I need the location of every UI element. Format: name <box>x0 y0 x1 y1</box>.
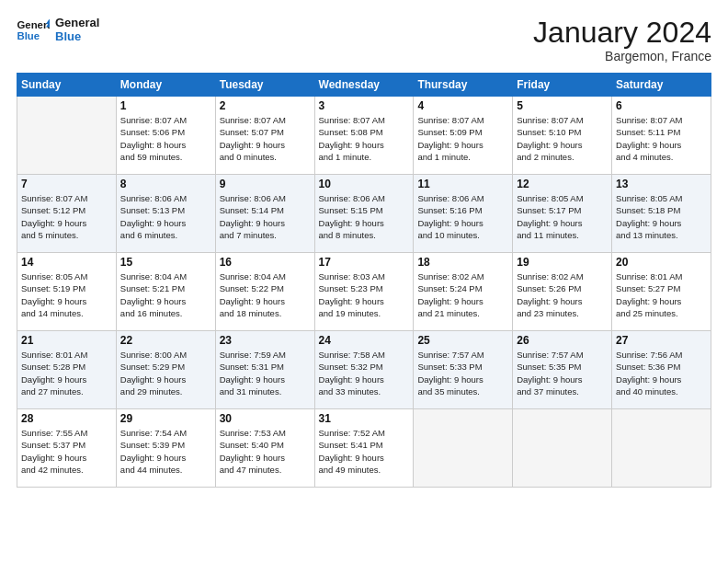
calendar-cell: 31Sunrise: 7:52 AMSunset: 5:41 PMDayligh… <box>314 409 414 488</box>
sunrise-text: Sunrise: 8:06 AM <box>319 192 410 204</box>
sunset-text: Sunset: 5:18 PM <box>616 204 707 216</box>
calendar-cell: 25Sunrise: 7:57 AMSunset: 5:33 PMDayligh… <box>414 331 513 409</box>
sunset-text: Sunset: 5:17 PM <box>517 204 608 216</box>
day-number: 10 <box>319 178 410 190</box>
daylight-text: Daylight: 9 hours <box>417 139 508 151</box>
sunrise-text: Sunrise: 8:05 AM <box>517 192 608 204</box>
weekday-header-saturday: Saturday <box>612 74 711 97</box>
sunset-text: Sunset: 5:14 PM <box>220 204 311 216</box>
daylight-text-cont: and 42 minutes. <box>21 464 112 476</box>
sunrise-text: Sunrise: 7:52 AM <box>319 427 410 439</box>
daylight-text-cont: and 18 minutes. <box>220 307 311 319</box>
weekday-header-wednesday: Wednesday <box>314 74 414 97</box>
daylight-text-cont: and 13 minutes. <box>616 229 707 241</box>
day-number: 13 <box>616 178 707 190</box>
daylight-text: Daylight: 9 hours <box>21 373 112 385</box>
calendar-table: SundayMondayTuesdayWednesdayThursdayFrid… <box>17 73 711 488</box>
day-number: 22 <box>120 334 211 347</box>
day-number: 28 <box>21 412 112 425</box>
day-info: Sunrise: 8:05 AMSunset: 5:18 PMDaylight:… <box>616 192 707 241</box>
sunrise-text: Sunrise: 8:01 AM <box>21 349 112 361</box>
day-info: Sunrise: 8:06 AMSunset: 5:16 PMDaylight:… <box>417 192 508 241</box>
week-row-5: 28Sunrise: 7:55 AMSunset: 5:37 PMDayligh… <box>17 409 711 488</box>
daylight-text: Daylight: 9 hours <box>517 295 608 307</box>
daylight-text-cont: and 1 minute. <box>417 151 508 163</box>
sunset-text: Sunset: 5:09 PM <box>417 126 508 138</box>
daylight-text: Daylight: 9 hours <box>517 139 608 151</box>
day-number: 12 <box>517 178 608 190</box>
calendar-cell: 20Sunrise: 8:01 AMSunset: 5:27 PMDayligh… <box>612 253 711 331</box>
sunset-text: Sunset: 5:39 PM <box>120 439 211 451</box>
daylight-text: Daylight: 9 hours <box>319 139 410 151</box>
day-info: Sunrise: 8:02 AMSunset: 5:24 PMDaylight:… <box>417 270 508 319</box>
day-info: Sunrise: 8:04 AMSunset: 5:21 PMDaylight:… <box>120 270 211 319</box>
sunset-text: Sunset: 5:37 PM <box>21 439 112 451</box>
sunrise-text: Sunrise: 8:00 AM <box>120 349 211 361</box>
daylight-text-cont: and 21 minutes. <box>417 307 508 319</box>
calendar-cell: 4Sunrise: 8:07 AMSunset: 5:09 PMDaylight… <box>414 97 513 175</box>
daylight-text: Daylight: 9 hours <box>616 139 707 151</box>
day-number: 5 <box>517 99 608 112</box>
day-number: 9 <box>220 178 311 190</box>
day-number: 6 <box>616 99 707 112</box>
sunrise-text: Sunrise: 7:59 AM <box>220 349 311 361</box>
calendar-cell: 6Sunrise: 8:07 AMSunset: 5:11 PMDaylight… <box>612 97 711 175</box>
sunrise-text: Sunrise: 7:58 AM <box>319 349 410 361</box>
day-number: 30 <box>220 412 311 425</box>
day-number: 31 <box>319 412 410 425</box>
calendar-cell: 23Sunrise: 7:59 AMSunset: 5:31 PMDayligh… <box>215 331 314 409</box>
daylight-text: Daylight: 9 hours <box>120 217 211 229</box>
logo: General Blue General Blue <box>17 17 99 44</box>
day-info: Sunrise: 8:01 AMSunset: 5:27 PMDaylight:… <box>616 270 707 319</box>
sunset-text: Sunset: 5:06 PM <box>120 126 211 138</box>
daylight-text-cont: and 7 minutes. <box>220 229 311 241</box>
day-number: 4 <box>417 99 508 112</box>
sunrise-text: Sunrise: 7:57 AM <box>417 349 508 361</box>
day-number: 1 <box>120 99 211 112</box>
sunset-text: Sunset: 5:28 PM <box>21 361 112 373</box>
calendar-cell: 3Sunrise: 8:07 AMSunset: 5:08 PMDaylight… <box>314 97 414 175</box>
day-info: Sunrise: 8:06 AMSunset: 5:14 PMDaylight:… <box>220 192 311 241</box>
calendar-cell: 28Sunrise: 7:55 AMSunset: 5:37 PMDayligh… <box>17 409 117 488</box>
daylight-text-cont: and 44 minutes. <box>120 464 211 476</box>
day-number: 7 <box>21 178 112 190</box>
daylight-text-cont: and 6 minutes. <box>120 229 211 241</box>
sunrise-text: Sunrise: 8:04 AM <box>220 270 311 282</box>
daylight-text-cont: and 2 minutes. <box>517 151 608 163</box>
day-info: Sunrise: 8:07 AMSunset: 5:07 PMDaylight:… <box>220 114 311 163</box>
day-number: 17 <box>319 256 410 269</box>
daylight-text: Daylight: 9 hours <box>616 373 707 385</box>
title-block: January 2024 Bargemon, France <box>533 17 711 63</box>
day-info: Sunrise: 8:06 AMSunset: 5:15 PMDaylight:… <box>319 192 410 241</box>
day-number: 14 <box>21 256 112 269</box>
day-number: 16 <box>220 256 311 269</box>
day-info: Sunrise: 7:57 AMSunset: 5:33 PMDaylight:… <box>417 349 508 397</box>
day-info: Sunrise: 8:02 AMSunset: 5:26 PMDaylight:… <box>517 270 608 319</box>
daylight-text-cont: and 49 minutes. <box>319 464 410 476</box>
calendar-cell: 17Sunrise: 8:03 AMSunset: 5:23 PMDayligh… <box>314 253 414 331</box>
daylight-text-cont: and 1 minute. <box>319 151 410 163</box>
sunrise-text: Sunrise: 7:56 AM <box>616 349 707 361</box>
sunrise-text: Sunrise: 8:06 AM <box>220 192 311 204</box>
day-number: 3 <box>319 99 410 112</box>
daylight-text-cont: and 5 minutes. <box>21 229 112 241</box>
day-info: Sunrise: 8:07 AMSunset: 5:08 PMDaylight:… <box>319 114 410 163</box>
sunrise-text: Sunrise: 8:07 AM <box>319 114 410 126</box>
week-row-2: 7Sunrise: 8:07 AMSunset: 5:12 PMDaylight… <box>17 175 711 253</box>
day-number: 2 <box>220 99 311 112</box>
day-info: Sunrise: 8:07 AMSunset: 5:09 PMDaylight:… <box>417 114 508 163</box>
calendar-cell <box>414 409 513 488</box>
day-number: 19 <box>517 256 608 269</box>
month-title: January 2024 <box>533 17 711 49</box>
calendar-cell: 12Sunrise: 8:05 AMSunset: 5:17 PMDayligh… <box>513 175 612 253</box>
daylight-text-cont: and 29 minutes. <box>120 385 211 397</box>
daylight-text-cont: and 8 minutes. <box>319 229 410 241</box>
sunset-text: Sunset: 5:33 PM <box>417 361 508 373</box>
sunset-text: Sunset: 5:23 PM <box>319 282 410 294</box>
sunset-text: Sunset: 5:08 PM <box>319 126 410 138</box>
day-number: 27 <box>616 334 707 347</box>
day-number: 29 <box>120 412 211 425</box>
daylight-text: Daylight: 9 hours <box>21 295 112 307</box>
day-info: Sunrise: 7:52 AMSunset: 5:41 PMDaylight:… <box>319 427 410 476</box>
daylight-text: Daylight: 9 hours <box>120 295 211 307</box>
